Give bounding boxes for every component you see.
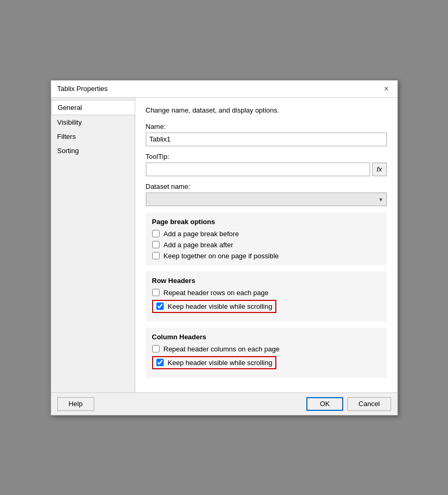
page-break-before-label: Add a page break before [164,230,239,238]
dialog-body: General Visibility Filters Sorting Chang… [51,98,397,392]
dialog-footer: Help OK Cancel [51,392,397,415]
repeat-header-rows-row: Repeat header rows on each page [152,289,381,297]
tooltip-input[interactable] [146,163,370,176]
repeat-header-cols-label: Repeat header columns on each page [164,345,280,353]
close-button[interactable]: × [382,85,391,93]
tooltip-label: ToolTip: [146,153,387,160]
footer-left: Help [57,397,94,411]
page-break-before-row: Add a page break before [152,230,381,238]
tablix-properties-dialog: Tablix Properties × General Visibility F… [51,80,398,416]
col-keep-header-visible-highlight: Keep header visible while scrolling [152,356,277,369]
name-input[interactable] [146,133,387,146]
name-field-group: Name: [146,123,387,146]
col-keep-header-visible-checkbox[interactable] [156,359,164,366]
dataset-select[interactable] [146,193,387,206]
tooltip-field-group: ToolTip: fx [146,153,387,176]
dataset-label: Dataset name: [146,183,387,190]
main-content: Change name, dataset, and display option… [135,98,397,392]
row-keep-header-visible-highlight: Keep header visible while scrolling [152,300,277,313]
page-break-before-checkbox[interactable] [152,230,160,237]
row-headers-title: Row Headers [152,277,381,285]
col-keep-header-visible-label: Keep header visible while scrolling [168,359,273,367]
row-keep-header-visible-label: Keep header visible while scrolling [168,302,273,310]
cancel-button[interactable]: Cancel [347,397,391,411]
page-break-section: Page break options Add a page break befo… [146,213,387,265]
row-headers-section: Row Headers Repeat header rows on each p… [146,271,387,321]
repeat-header-cols-row: Repeat header columns on each page [152,345,381,353]
repeat-header-cols-checkbox[interactable] [152,345,160,352]
column-headers-title: Column Headers [152,333,381,341]
sidebar-item-visibility[interactable]: Visibility [51,115,135,129]
keep-together-label: Keep together on one page if possible [164,252,279,260]
sidebar-item-sorting[interactable]: Sorting [51,144,135,158]
column-headers-section: Column Headers Repeat header columns on … [146,328,387,378]
sidebar: General Visibility Filters Sorting [51,98,135,392]
section-description: Change name, dataset, and display option… [146,106,387,114]
keep-together-checkbox[interactable] [152,252,160,259]
sidebar-item-general[interactable]: General [51,100,135,115]
ok-button[interactable]: OK [306,397,343,411]
fx-button[interactable]: fx [372,163,387,176]
keep-together-row: Keep together on one page if possible [152,252,381,260]
repeat-header-rows-label: Repeat header rows on each page [164,289,268,297]
row-keep-header-visible-checkbox[interactable] [156,302,164,310]
help-button[interactable]: Help [57,397,94,411]
dataset-select-wrapper [146,193,387,206]
title-bar: Tablix Properties × [51,80,397,98]
dataset-field-group: Dataset name: [146,183,387,206]
page-break-after-row: Add a page break after [152,241,381,249]
footer-right: OK Cancel [306,397,391,411]
sidebar-item-filters[interactable]: Filters [51,129,135,144]
tooltip-row: fx [146,163,387,176]
page-break-after-label: Add a page break after [164,241,233,249]
page-break-after-checkbox[interactable] [152,241,160,248]
page-break-title: Page break options [152,218,381,226]
dialog-title: Tablix Properties [57,85,108,93]
name-label: Name: [146,123,387,130]
repeat-header-rows-checkbox[interactable] [152,289,160,296]
